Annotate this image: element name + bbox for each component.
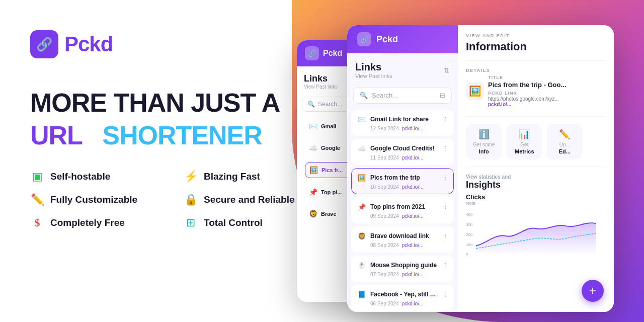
feature-secure-reliable: 🔒 Secure and Reliable: [184, 193, 322, 206]
more-icon[interactable]: ⋮: [443, 233, 448, 239]
left-content: 🔗 Pckd MORE THAN JUST A URL SHORTENER ▣ …: [30, 30, 322, 229]
link-short-url: pckd.io/...: [402, 184, 424, 190]
details-panel: View and edit Information DETAILS 🖼️ TIT…: [458, 25, 614, 312]
mockup-area: 🔗 Pckd Links View Past links 🔍 Search...…: [267, 0, 644, 322]
more-icon[interactable]: ⋮: [443, 262, 448, 269]
svg-text:400: 400: [466, 212, 473, 217]
links-header: Links View Past links ⇅: [347, 53, 458, 83]
chart-labels: Jan Feb Mar Apr May Jun Jul: [466, 260, 606, 261]
link-date: 09 Sep 2024: [370, 213, 399, 219]
title-label: TITLE: [488, 75, 606, 80]
view-edit-label: View and edit: [466, 33, 606, 38]
details-info-row: 🖼️ TITLE Pics from the trip - Goo... PCK…: [466, 75, 606, 107]
gcloud-favicon: ☁️: [357, 143, 367, 153]
feature-label: Fully Customizable: [50, 194, 137, 205]
metrics-button[interactable]: 📊 Get Metrics: [507, 124, 542, 159]
chart-month-mar: Mar: [511, 260, 519, 261]
info-label: Info: [473, 148, 495, 154]
link-date: 10 Sep 2024: [370, 184, 399, 190]
logo-area: 🔗 Pckd: [30, 30, 322, 58]
feature-label: Completely Free: [50, 217, 125, 228]
link-short-url: pckd.io/...: [402, 213, 424, 219]
lock-icon: 🔒: [184, 193, 198, 206]
link-short-url: pckd.io/...: [402, 272, 424, 277]
link-title: Facebook - Yep, still use it :(: [370, 291, 439, 298]
filter-icon[interactable]: ⊟: [440, 92, 445, 99]
short-url: pckd.io/...: [488, 102, 606, 107]
feature-blazing-fast: ⚡ Blazing Fast: [184, 170, 322, 183]
feature-completely-free: $ Completely Free: [30, 216, 169, 229]
clicks-title: Clicks: [466, 193, 606, 201]
list-item[interactable]: ✉️ Gmail Link for share ⋮ 12 Sep 2024 pc…: [351, 110, 454, 136]
link-short-url: pckd.io/...: [402, 301, 424, 306]
feature-total-control: ⊞ Total Control: [184, 216, 322, 229]
list-item-active[interactable]: 🖼️ Pics from the trip ⋮ 10 Sep 2024 pckd…: [351, 168, 454, 194]
headline-shortener-word: SHORTENER: [102, 121, 262, 150]
metrics-label: Metrics: [514, 148, 535, 154]
link-title: Google Cloud Credits!: [370, 145, 439, 152]
svg-text:200: 200: [466, 232, 473, 237]
app-title: Pckd: [376, 34, 398, 45]
divider: [466, 116, 606, 117]
link-title: Pics from the trip: [370, 174, 439, 181]
links-sidebar: 🔗 Pckd Links View Past links ⇅ 🔍 Search.…: [347, 25, 458, 312]
brave-favicon: 🦁: [357, 231, 367, 241]
more-icon[interactable]: ⋮: [443, 116, 448, 123]
sort-icon[interactable]: ⇅: [444, 66, 450, 74]
app-header: 🔗 Pckd: [347, 25, 458, 53]
up-label: Up...: [554, 142, 575, 147]
link-title: Gmail Link for share: [370, 116, 439, 123]
link-short-url: pckd.io/...: [402, 155, 424, 160]
link-title: Mouse Shopping guide: [370, 262, 439, 269]
list-item[interactable]: ☁️ Google Cloud Credits! ⋮ 11 Sep 2024 p…: [351, 139, 454, 165]
list-item[interactable]: 🦁 Brave download link ⋮ 08 Sep 2024 pckd…: [351, 226, 454, 253]
more-icon[interactable]: ⋮: [443, 145, 448, 152]
svg-text:300: 300: [466, 222, 473, 227]
edit-icon: ✏️: [554, 129, 575, 140]
details-section: DETAILS 🖼️ TITLE Pics from the trip - Go…: [466, 68, 606, 109]
info-icon: ℹ️: [473, 129, 495, 140]
info-button[interactable]: ℹ️ Get some Info: [466, 124, 502, 159]
app-window-front: 🔗 Pckd Links View Past links ⇅ 🔍 Search.…: [347, 25, 614, 312]
list-item[interactable]: 📌 Top pins from 2021 ⋮ 09 Sep 2024 pckd.…: [351, 197, 454, 223]
links-section-subtitle: View Past links: [355, 73, 392, 79]
chart-month-jul: Jul: [600, 260, 606, 261]
divider: [466, 167, 606, 167]
get-some-label: Get some: [473, 142, 495, 147]
divider: [466, 60, 606, 61]
lightning-icon: ⚡: [184, 170, 198, 183]
back-app-title: Pckd: [323, 49, 342, 58]
gmail-favicon: ✉️: [357, 114, 367, 124]
link-short-url: pckd.io/...: [402, 243, 424, 248]
target-url: https://photos.google.com/xyz...: [488, 96, 606, 102]
list-item[interactable]: 📘 Facebook - Yep, still use it :( ⋮ 06 S…: [351, 285, 454, 311]
link-title: Top pins from 2021: [370, 203, 439, 210]
add-link-fab[interactable]: +: [582, 280, 604, 302]
sliders-icon: ⊞: [184, 216, 198, 229]
links-list: ✉️ Gmail Link for share ⋮ 12 Sep 2024 pc…: [347, 108, 458, 312]
link-name: Top pi...: [321, 189, 342, 195]
feature-self-hostable: ▣ Self-hostable: [30, 170, 169, 183]
clicks-note: Note: [466, 201, 606, 206]
search-bar[interactable]: 🔍 Search... ⊟: [353, 87, 452, 104]
svg-text:100: 100: [466, 243, 473, 247]
links-section-title: Links: [355, 61, 392, 73]
link-date: 12 Sep 2024: [370, 126, 399, 131]
link-name: Google: [321, 145, 340, 151]
link-name: Gmail: [321, 123, 337, 129]
edit-label: Ed...: [554, 148, 575, 154]
edit-button[interactable]: ✏️ Up... Ed...: [547, 124, 582, 159]
chart-month-jan: Jan: [466, 260, 473, 261]
list-item[interactable]: 🖱️ Mouse Shopping guide ⋮ 07 Sep 2024 pc…: [351, 256, 454, 282]
mouse-favicon: 🖱️: [357, 260, 367, 270]
more-icon[interactable]: ⋮: [443, 175, 448, 181]
photos-favicon: 🖼️: [357, 173, 367, 183]
app-logo-icon: 🔗: [357, 32, 371, 46]
feature-label: Self-hostable: [50, 171, 110, 182]
link-date: 07 Sep 2024: [370, 272, 399, 277]
logo-name: Pckd: [64, 32, 113, 56]
link-short-url: pckd.io/...: [402, 126, 424, 131]
more-icon[interactable]: ⋮: [443, 204, 448, 210]
more-icon[interactable]: ⋮: [443, 291, 448, 298]
chart-month-may: May: [554, 260, 563, 261]
